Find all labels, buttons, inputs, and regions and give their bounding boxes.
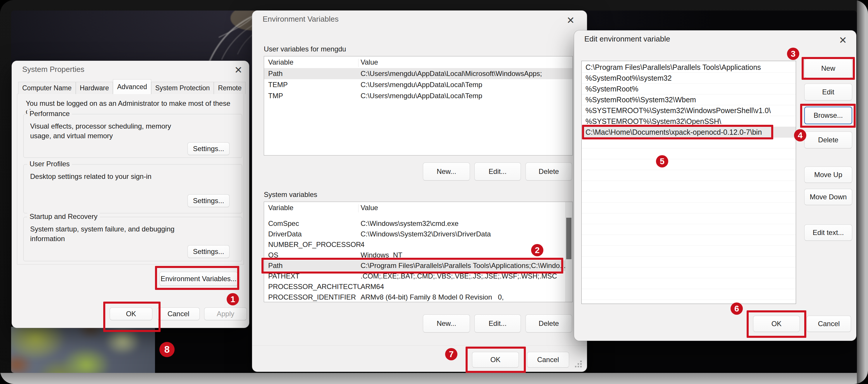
- path-list[interactable]: C:\Program Files\Parallels\Parallels Too…: [581, 61, 796, 304]
- performance-settings-button[interactable]: Settings...: [187, 142, 229, 155]
- wallpaper-moss-photo: [11, 327, 155, 373]
- move-up-button[interactable]: Move Up: [804, 167, 852, 183]
- table-row[interactable]: PROCESSOR_IDENTIFIER ARMv8 (64-bit) Fami…: [264, 292, 572, 302]
- apply-button[interactable]: Apply: [204, 308, 247, 320]
- table-header: Variable Value: [264, 202, 572, 214]
- tab-hardware[interactable]: Hardware: [76, 82, 113, 94]
- tab-remote[interactable]: Remote: [214, 82, 246, 94]
- cancel-button[interactable]: Cancel: [157, 308, 200, 320]
- highlight-env-variables-ok: [466, 347, 526, 373]
- user-profiles-group: User Profiles Desktop settings related t…: [23, 164, 242, 213]
- group-label: Performance: [27, 109, 72, 118]
- environment-variables-window: Environment Variables ✕ User variables f…: [252, 10, 587, 372]
- system-edit-button[interactable]: Edit...: [474, 315, 521, 332]
- window-title: Edit environment variable: [584, 34, 670, 43]
- close-icon[interactable]: ✕: [564, 13, 577, 27]
- highlight-edit-variable-ok: [747, 310, 806, 338]
- user-variables-label: User variables for mengdu: [264, 45, 346, 53]
- tab-strip: Computer Name Hardware Advanced System P…: [18, 79, 246, 94]
- user-edit-button[interactable]: Edit...: [474, 162, 521, 181]
- system-variables-table[interactable]: Variable Value ComSpec C:\Windows\system…: [264, 202, 572, 302]
- user-delete-button[interactable]: Delete: [526, 162, 572, 181]
- system-new-button[interactable]: New...: [423, 315, 470, 332]
- step-badge-1: 1: [227, 293, 239, 306]
- table-row[interactable]: NUMBER_OF_PROCESSORS 4: [264, 239, 572, 250]
- step-badge-8: 8: [159, 342, 175, 357]
- table-row[interactable]: ComSpec C:\Windows\system32\cmd.exe: [264, 218, 572, 229]
- monitor-bezel: System Properties ✕ Computer Name Hardwa…: [0, 0, 868, 384]
- step-badge-5: 5: [656, 155, 668, 167]
- path-entry[interactable]: %SystemRoot%: [582, 84, 796, 94]
- tab-advanced[interactable]: Advanced: [113, 79, 151, 94]
- group-label: User Profiles: [27, 160, 72, 168]
- table-row[interactable]: Path C:\Users\mengdu\AppData\Local\Micro…: [264, 68, 572, 79]
- cancel-button[interactable]: Cancel: [807, 316, 851, 332]
- delete-button[interactable]: Delete: [804, 131, 852, 149]
- performance-group: Performance Visual effects, processor sc…: [23, 114, 242, 158]
- tab-system-protection[interactable]: System Protection: [151, 82, 214, 94]
- close-icon[interactable]: ✕: [836, 33, 849, 47]
- startup-recovery-group: Startup and Recovery System startup, sys…: [23, 217, 242, 261]
- group-description: Desktop settings related to your sign-in: [30, 171, 194, 181]
- window-title: System Properties: [22, 65, 84, 74]
- startup-recovery-settings-button[interactable]: Settings...: [187, 245, 229, 258]
- column-header-value: Value: [361, 202, 572, 214]
- table-row[interactable]: TEMP C:\Users\mengdu\AppData\Local\Temp: [264, 79, 572, 90]
- step-badge-2: 2: [531, 244, 544, 256]
- bezel-bottom-edge: [0, 373, 868, 384]
- table-row[interactable]: DriverData C:\Windows\System32\Drivers\D…: [264, 229, 572, 239]
- column-header-variable: Variable: [264, 202, 361, 214]
- step-badge-3: 3: [787, 47, 799, 60]
- path-entry[interactable]: %SystemRoot%\system32: [582, 73, 796, 84]
- edit-text-button[interactable]: Edit text...: [804, 224, 852, 241]
- resize-grip-icon[interactable]: [575, 361, 583, 368]
- window-title: Environment Variables: [262, 14, 339, 24]
- user-profiles-settings-button[interactable]: Settings...: [187, 194, 229, 207]
- path-entry[interactable]: %SystemRoot%\System32\Wbem: [582, 94, 796, 105]
- tab-computer-name[interactable]: Computer Name: [18, 82, 76, 94]
- user-variables-table[interactable]: Variable Value Path C:\Users\mengdu\AppD…: [264, 56, 572, 156]
- move-down-button[interactable]: Move Down: [804, 189, 852, 205]
- table-row[interactable]: PROCESSOR_ARCHITECTURE ARM64: [264, 281, 572, 292]
- table-header: Variable Value: [264, 56, 572, 68]
- footer-divider: [252, 345, 587, 346]
- path-entry[interactable]: C:\Program Files\Parallels\Parallels Too…: [582, 62, 796, 73]
- highlight-browse-button: [800, 104, 856, 128]
- system-delete-button[interactable]: Delete: [526, 315, 572, 332]
- highlight-environment-variables-button: [155, 266, 239, 290]
- close-icon[interactable]: ✕: [231, 63, 245, 76]
- highlight-new-button: [802, 57, 855, 80]
- scrollbar-thumb[interactable]: [566, 218, 571, 259]
- highlight-system-properties-ok: [103, 301, 160, 332]
- step-badge-6: 6: [731, 302, 743, 315]
- column-header-value: Value: [361, 56, 572, 68]
- column-header-variable: Variable: [264, 56, 361, 68]
- user-new-button[interactable]: New...: [423, 162, 470, 181]
- table-row[interactable]: TMP C:\Users\mengdu\AppData\Local\Temp: [264, 90, 572, 101]
- step-badge-4: 4: [794, 129, 806, 141]
- group-description: Visual effects, processor scheduling, me…: [30, 121, 194, 140]
- path-entry[interactable]: %SYSTEMROOT%\System32\WindowsPowerShell\…: [582, 105, 796, 116]
- cancel-button[interactable]: Cancel: [527, 352, 569, 367]
- edit-button[interactable]: Edit: [804, 84, 852, 100]
- group-description: System startup, system failure, and debu…: [30, 224, 194, 244]
- system-variables-label: System variables: [264, 191, 317, 199]
- highlight-selected-path-entry: [582, 125, 773, 139]
- bezel-right-edge: [857, 0, 868, 384]
- group-label: Startup and Recovery: [27, 213, 100, 221]
- highlight-system-path-row: [261, 258, 563, 274]
- step-badge-7: 7: [445, 348, 457, 360]
